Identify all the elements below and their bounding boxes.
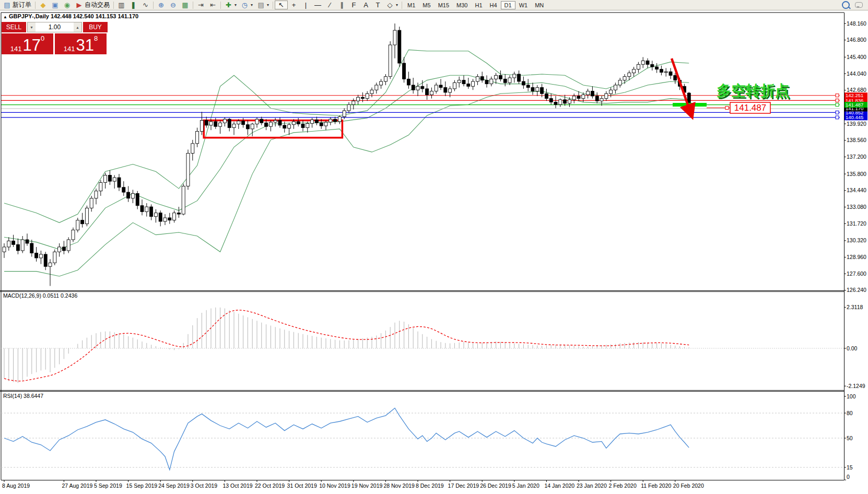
zoom-out-icon[interactable]: ⊖ [167, 1, 179, 9]
volume-down-button[interactable]: ▼ [28, 22, 36, 32]
indicators-icon[interactable]: ✚▾ [222, 1, 239, 9]
crosshair-icon[interactable]: + [288, 1, 300, 9]
cursor-icon[interactable]: ↖ [275, 1, 288, 9]
candle-body [651, 64, 654, 67]
buy-button[interactable]: BUY [83, 22, 108, 32]
candle-body [122, 187, 125, 192]
volume-input[interactable]: 1.00 [36, 22, 74, 32]
trendline-icon[interactable]: ∕ [324, 1, 336, 9]
signal-icon[interactable]: ◉ [61, 1, 73, 9]
date-axis-label: 3 Oct 2019 [191, 483, 218, 489]
oneclick-collapse-arrow[interactable]: ▲ [3, 15, 7, 19]
candle-body [338, 117, 341, 122]
timeframe-m1[interactable]: M1 [404, 1, 419, 9]
tile-windows-icon[interactable]: ▦ [179, 1, 191, 9]
candle-body [430, 91, 433, 95]
timeframe-h1[interactable]: H1 [471, 1, 486, 9]
sell-price-box[interactable]: 141 17 0 [2, 33, 53, 54]
horizontal-line-icon[interactable]: — [312, 1, 324, 9]
periods-icon[interactable]: ◷▾ [239, 1, 255, 9]
timeframe-m30[interactable]: M30 [453, 1, 471, 9]
sep7 [402, 2, 402, 9]
candle-body [232, 124, 236, 128]
candle-body [618, 80, 621, 85]
line-anchor-handle[interactable] [836, 111, 839, 114]
auto-scroll-icon[interactable]: ⇥ [195, 1, 207, 9]
rsi-axis-tick: 80 [847, 410, 853, 416]
bar-chart-icon[interactable]: ▥ [115, 1, 127, 9]
chat-icon[interactable] [855, 2, 863, 8]
candle-body [637, 64, 640, 69]
search-icon[interactable] [842, 1, 850, 9]
timeframe-h4[interactable]: H4 [486, 1, 501, 9]
zoom-in-icon: ⊕ [157, 2, 165, 8]
candle-body [251, 124, 254, 129]
profile-icon[interactable]: ▣ [49, 1, 61, 9]
line-anchor-handle[interactable] [836, 99, 839, 102]
candlestick-chart-icon[interactable]: ❚ [127, 1, 139, 9]
vertical-line-icon[interactable]: | [300, 1, 312, 9]
timeframe-m15[interactable]: M15 [435, 1, 453, 9]
line-anchor-handle[interactable] [836, 94, 839, 97]
sep1 [35, 2, 36, 9]
candle-body [320, 123, 323, 126]
buy-price-box[interactable]: 141 31 8 [55, 33, 107, 54]
candle-body [361, 97, 364, 98]
text-icon[interactable]: A [360, 1, 372, 9]
autotrade-button-label: 自动交易 [85, 1, 110, 9]
price-axis-tick: 134.440 [847, 187, 866, 193]
candle-body [72, 230, 75, 240]
date-axis-label: 2 Feb 2020 [609, 483, 637, 489]
timeframe-m5[interactable]: M5 [419, 1, 434, 9]
candle-body [407, 79, 410, 85]
compose-icon[interactable]: ◆ [37, 1, 49, 9]
candle-body [476, 77, 479, 81]
buy-price-big: 31 [76, 38, 93, 53]
timeframe-mn[interactable]: MN [531, 1, 547, 9]
chart-shift-icon[interactable]: ⇤ [207, 1, 219, 9]
timeframe-d1[interactable]: D1 [501, 1, 515, 9]
channel-icon[interactable]: ∥ [336, 1, 348, 9]
date-axis-label: 8 Dec 2019 [416, 483, 444, 489]
candle-body [95, 191, 98, 198]
macd-axis-tick: 2.3118 [847, 304, 863, 310]
sell-button[interactable]: SELL [2, 22, 26, 32]
chevron-down-icon: ▾ [396, 3, 398, 7]
candle-body [150, 207, 153, 217]
candle-body [480, 77, 484, 80]
support-highlight-bar[interactable] [673, 103, 707, 107]
fibonacci-icon[interactable]: F [348, 1, 360, 9]
candle-body [541, 88, 544, 94]
price-axis-tick: 148.160 [847, 20, 866, 27]
volume-up-button[interactable]: ▲ [74, 22, 81, 32]
candle-body [255, 119, 259, 124]
price-axis-tick: 133.080 [847, 204, 866, 210]
macd-axis-tick: -2.1249 [847, 383, 865, 389]
timeframe-w1[interactable]: W1 [515, 1, 532, 9]
rsi-axis-tick: 50 [847, 435, 853, 441]
horizontal-line-icon: — [314, 2, 322, 8]
candle-body [159, 213, 162, 221]
zoom-in-icon[interactable]: ⊕ [155, 1, 167, 9]
new-order-button[interactable]: ▤新订单 [1, 0, 33, 10]
text-icon: A [362, 2, 370, 8]
candle-body [352, 101, 355, 104]
line-anchor-handle[interactable] [836, 116, 839, 119]
price-line-label-text: 140.445 [846, 114, 863, 120]
autotrade-button[interactable]: ▶自动交易 [73, 0, 112, 10]
shapes-icon[interactable]: ◇▾ [384, 1, 400, 9]
candle-body [35, 253, 38, 258]
candle-body [67, 240, 70, 251]
label-icon[interactable]: T [372, 1, 384, 9]
line-anchor-handle[interactable] [836, 103, 839, 107]
sell-price-small: 141 [10, 45, 22, 53]
templates-icon[interactable]: ▤▾ [255, 1, 271, 9]
price-tag-anchor[interactable] [725, 107, 729, 110]
candle-body [223, 119, 226, 123]
chart-canvas[interactable]: 多空转折点多空转折点141.487148.160146.800145.40014… [0, 0, 868, 494]
price-tag-label: 141.487 [734, 103, 766, 113]
candle-body [177, 213, 180, 214]
line-chart-icon[interactable]: ∿ [139, 1, 151, 9]
one-click-trade-panel: SELL ▼ 1.00 ▲ BUY 141 17 0 141 31 8 [2, 22, 108, 54]
candle-body [568, 100, 571, 103]
